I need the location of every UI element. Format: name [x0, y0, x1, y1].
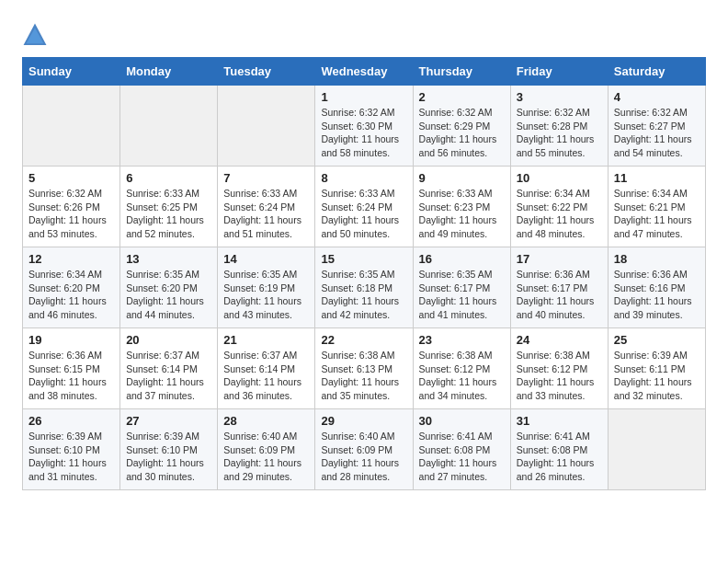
day-info: Sunrise: 6:32 AMSunset: 6:29 PMDaylight:… — [419, 106, 505, 160]
day-number: 14 — [223, 252, 309, 266]
header-day-monday: Monday — [120, 58, 218, 86]
day-number: 11 — [614, 171, 700, 185]
day-info: Sunrise: 6:32 AMSunset: 6:30 PMDaylight:… — [321, 106, 406, 160]
day-info: Sunrise: 6:32 AMSunset: 6:26 PMDaylight:… — [28, 187, 114, 241]
day-info: Sunrise: 6:32 AMSunset: 6:28 PMDaylight:… — [517, 106, 602, 160]
day-cell: 7Sunrise: 6:33 AMSunset: 6:24 PMDaylight… — [218, 167, 315, 247]
week-row-3: 12Sunrise: 6:34 AMSunset: 6:20 PMDayligh… — [23, 247, 706, 328]
day-number: 4 — [614, 90, 700, 104]
week-row-5: 26Sunrise: 6:39 AMSunset: 6:10 PMDayligh… — [23, 409, 706, 490]
header-day-thursday: Thursday — [413, 58, 510, 86]
day-number: 12 — [28, 252, 114, 266]
day-cell: 2Sunrise: 6:32 AMSunset: 6:29 PMDaylight… — [413, 86, 510, 167]
day-cell: 9Sunrise: 6:33 AMSunset: 6:23 PMDaylight… — [413, 167, 510, 247]
day-number: 15 — [321, 252, 406, 266]
day-cell: 1Sunrise: 6:32 AMSunset: 6:30 PMDaylight… — [315, 86, 413, 167]
day-number: 16 — [419, 252, 505, 266]
day-number: 9 — [419, 171, 505, 185]
week-row-2: 5Sunrise: 6:32 AMSunset: 6:26 PMDaylight… — [23, 167, 706, 247]
day-cell: 10Sunrise: 6:34 AMSunset: 6:22 PMDayligh… — [510, 167, 608, 247]
day-cell: 29Sunrise: 6:40 AMSunset: 6:09 PMDayligh… — [315, 409, 413, 490]
day-info: Sunrise: 6:41 AMSunset: 6:08 PMDaylight:… — [517, 430, 602, 484]
day-number: 24 — [517, 333, 602, 347]
page: SundayMondayTuesdayWednesdayThursdayFrid… — [0, 0, 728, 509]
header-row: SundayMondayTuesdayWednesdayThursdayFrid… — [23, 58, 706, 86]
day-number: 27 — [126, 414, 211, 428]
day-cell: 27Sunrise: 6:39 AMSunset: 6:10 PMDayligh… — [120, 409, 218, 490]
day-info: Sunrise: 6:36 AMSunset: 6:16 PMDaylight:… — [614, 268, 700, 322]
day-cell: 6Sunrise: 6:33 AMSunset: 6:25 PMDaylight… — [120, 167, 218, 247]
day-cell: 30Sunrise: 6:41 AMSunset: 6:08 PMDayligh… — [413, 409, 510, 490]
day-info: Sunrise: 6:35 AMSunset: 6:19 PMDaylight:… — [223, 268, 309, 322]
day-info: Sunrise: 6:41 AMSunset: 6:08 PMDaylight:… — [419, 430, 505, 484]
day-info: Sunrise: 6:40 AMSunset: 6:09 PMDaylight:… — [223, 430, 309, 484]
day-cell: 3Sunrise: 6:32 AMSunset: 6:28 PMDaylight… — [510, 86, 608, 167]
day-cell: 18Sunrise: 6:36 AMSunset: 6:16 PMDayligh… — [608, 247, 705, 328]
day-info: Sunrise: 6:38 AMSunset: 6:12 PMDaylight:… — [419, 349, 505, 403]
logo — [22, 22, 51, 48]
day-info: Sunrise: 6:35 AMSunset: 6:18 PMDaylight:… — [321, 268, 406, 322]
day-info: Sunrise: 6:33 AMSunset: 6:25 PMDaylight:… — [126, 187, 211, 241]
day-info: Sunrise: 6:39 AMSunset: 6:11 PMDaylight:… — [614, 349, 700, 403]
header-day-saturday: Saturday — [608, 58, 705, 86]
day-cell: 13Sunrise: 6:35 AMSunset: 6:20 PMDayligh… — [120, 247, 218, 328]
day-number: 13 — [126, 252, 211, 266]
day-number: 1 — [321, 90, 406, 104]
day-number: 26 — [28, 414, 114, 428]
day-number: 6 — [126, 171, 211, 185]
day-number: 28 — [223, 414, 309, 428]
day-info: Sunrise: 6:35 AMSunset: 6:17 PMDaylight:… — [419, 268, 505, 322]
day-cell: 15Sunrise: 6:35 AMSunset: 6:18 PMDayligh… — [315, 247, 413, 328]
day-number: 21 — [223, 333, 309, 347]
header — [22, 18, 706, 48]
day-info: Sunrise: 6:39 AMSunset: 6:10 PMDaylight:… — [126, 430, 211, 484]
day-info: Sunrise: 6:40 AMSunset: 6:09 PMDaylight:… — [321, 430, 406, 484]
day-number: 2 — [419, 90, 505, 104]
day-info: Sunrise: 6:38 AMSunset: 6:13 PMDaylight:… — [321, 349, 406, 403]
day-number: 31 — [517, 414, 602, 428]
week-row-1: 1Sunrise: 6:32 AMSunset: 6:30 PMDaylight… — [23, 86, 706, 167]
header-day-tuesday: Tuesday — [218, 58, 315, 86]
day-cell: 21Sunrise: 6:37 AMSunset: 6:14 PMDayligh… — [218, 328, 315, 409]
day-number: 8 — [321, 171, 406, 185]
day-cell: 26Sunrise: 6:39 AMSunset: 6:10 PMDayligh… — [23, 409, 120, 490]
day-cell: 19Sunrise: 6:36 AMSunset: 6:15 PMDayligh… — [23, 328, 120, 409]
day-cell: 11Sunrise: 6:34 AMSunset: 6:21 PMDayligh… — [608, 167, 705, 247]
day-number: 17 — [517, 252, 602, 266]
header-day-sunday: Sunday — [23, 58, 120, 86]
day-cell — [608, 409, 705, 490]
day-cell: 5Sunrise: 6:32 AMSunset: 6:26 PMDaylight… — [23, 167, 120, 247]
day-number: 7 — [223, 171, 309, 185]
day-cell: 16Sunrise: 6:35 AMSunset: 6:17 PMDayligh… — [413, 247, 510, 328]
day-cell: 28Sunrise: 6:40 AMSunset: 6:09 PMDayligh… — [218, 409, 315, 490]
day-number: 18 — [614, 252, 700, 266]
day-number: 23 — [419, 333, 505, 347]
day-cell: 12Sunrise: 6:34 AMSunset: 6:20 PMDayligh… — [23, 247, 120, 328]
day-cell: 8Sunrise: 6:33 AMSunset: 6:24 PMDaylight… — [315, 167, 413, 247]
day-info: Sunrise: 6:36 AMSunset: 6:15 PMDaylight:… — [28, 349, 114, 403]
day-info: Sunrise: 6:37 AMSunset: 6:14 PMDaylight:… — [126, 349, 211, 403]
day-info: Sunrise: 6:33 AMSunset: 6:24 PMDaylight:… — [321, 187, 406, 241]
day-info: Sunrise: 6:32 AMSunset: 6:27 PMDaylight:… — [614, 106, 700, 160]
day-number: 29 — [321, 414, 406, 428]
day-number: 22 — [321, 333, 406, 347]
day-number: 10 — [517, 171, 602, 185]
day-info: Sunrise: 6:33 AMSunset: 6:23 PMDaylight:… — [419, 187, 505, 241]
day-cell: 22Sunrise: 6:38 AMSunset: 6:13 PMDayligh… — [315, 328, 413, 409]
day-info: Sunrise: 6:38 AMSunset: 6:12 PMDaylight:… — [517, 349, 602, 403]
day-cell: 14Sunrise: 6:35 AMSunset: 6:19 PMDayligh… — [218, 247, 315, 328]
day-info: Sunrise: 6:34 AMSunset: 6:21 PMDaylight:… — [614, 187, 700, 241]
day-info: Sunrise: 6:34 AMSunset: 6:22 PMDaylight:… — [517, 187, 602, 241]
day-cell: 24Sunrise: 6:38 AMSunset: 6:12 PMDayligh… — [510, 328, 608, 409]
day-number: 30 — [419, 414, 505, 428]
day-cell — [218, 86, 315, 167]
day-info: Sunrise: 6:37 AMSunset: 6:14 PMDaylight:… — [223, 349, 309, 403]
header-day-friday: Friday — [510, 58, 608, 86]
logo-icon — [22, 22, 48, 48]
day-cell: 20Sunrise: 6:37 AMSunset: 6:14 PMDayligh… — [120, 328, 218, 409]
day-info: Sunrise: 6:34 AMSunset: 6:20 PMDaylight:… — [28, 268, 114, 322]
day-number: 3 — [517, 90, 602, 104]
day-number: 20 — [126, 333, 211, 347]
week-row-4: 19Sunrise: 6:36 AMSunset: 6:15 PMDayligh… — [23, 328, 706, 409]
calendar-table: SundayMondayTuesdayWednesdayThursdayFrid… — [22, 57, 706, 490]
